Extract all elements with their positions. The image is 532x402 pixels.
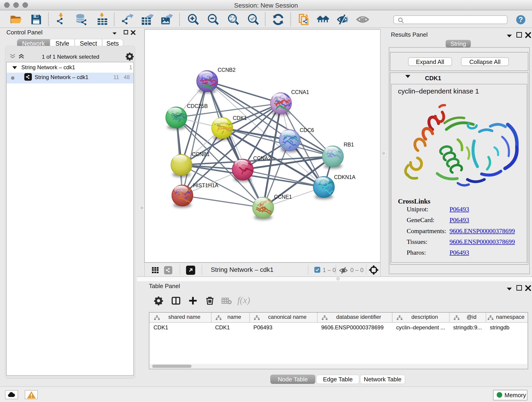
svg-text:HIST1H1A: HIST1H1A: [193, 182, 219, 188]
svg-text:CCNA2: CCNA2: [253, 155, 271, 161]
svg-text:CCNE1: CCNE1: [274, 194, 292, 200]
svg-text:CDKN1A: CDKN1A: [334, 174, 355, 180]
svg-text:CDK1: CDK1: [233, 115, 247, 121]
svg-text:CDC6: CDC6: [300, 127, 314, 133]
svg-text:CCNB1: CCNB1: [192, 151, 210, 157]
svg-text:CCNB2: CCNB2: [218, 67, 235, 73]
svg-text:CDC25B: CDC25B: [187, 103, 208, 109]
svg-text:CCNA1: CCNA1: [291, 89, 309, 95]
svg-text:RB1: RB1: [344, 142, 354, 148]
